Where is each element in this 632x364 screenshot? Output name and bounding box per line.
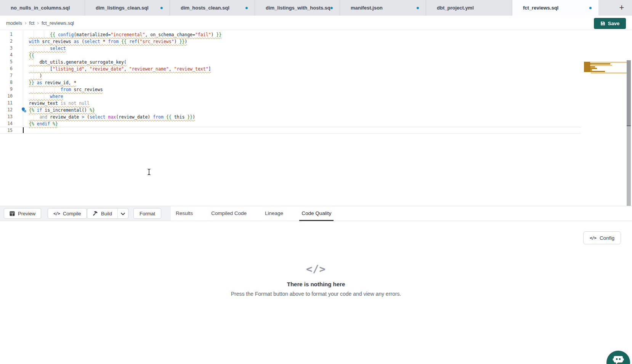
table-grid-icon bbox=[10, 211, 15, 216]
build-button[interactable]: Build bbox=[87, 208, 117, 218]
indent-guide bbox=[34, 93, 34, 99]
lint-warning-underline: from src_reviews bbox=[29, 87, 103, 92]
code-text: where bbox=[18, 94, 63, 99]
line-number: 1 bbox=[0, 31, 18, 38]
line-number: 4 bbox=[0, 51, 18, 58]
editor-scrollbar-thumb[interactable] bbox=[627, 60, 631, 126]
indent-guide bbox=[23, 79, 23, 86]
build-split-button: Build bbox=[87, 208, 128, 219]
code-lines: 1 {{ config(materialized="incremental", … bbox=[0, 31, 581, 134]
line-number: 5 bbox=[0, 58, 18, 65]
lint-warning-underline: and review_date > (select max(review_dat… bbox=[29, 114, 195, 120]
line-number: 11 bbox=[0, 99, 18, 106]
code-line[interactable]: 11 review_text is not null bbox=[0, 99, 581, 106]
lint-warning-underline: ["listing_id", "review_date", "reviewer_… bbox=[29, 66, 211, 72]
save-button[interactable]: Save bbox=[594, 18, 626, 29]
result-tabs: ResultsCompiled CodeLineageCode Quality bbox=[173, 206, 334, 221]
indent-guide bbox=[34, 31, 34, 38]
code-brackets-icon: </> bbox=[0, 263, 632, 275]
code-line[interactable]: 14 {% endif %} bbox=[0, 120, 581, 127]
code-line[interactable]: 13 and review_date > (select max(review_… bbox=[0, 113, 581, 120]
lint-warning-underline: dbt_utils.generate_surrogate_key( bbox=[29, 59, 127, 65]
code-brackets-icon: </> bbox=[53, 211, 60, 216]
editor-minimap[interactable] bbox=[584, 61, 627, 76]
line-number: 15 bbox=[0, 127, 18, 134]
file-tab[interactable]: dbt_project.yml bbox=[426, 0, 512, 16]
code-line[interactable]: 10 where bbox=[0, 93, 581, 99]
lint-warning-underline: ) bbox=[29, 73, 42, 79]
indent-guide bbox=[34, 45, 34, 51]
minimap-code-bar bbox=[590, 62, 627, 63]
line-number: 14 bbox=[0, 120, 18, 127]
quick-fix-lightbulb-icon[interactable] bbox=[21, 107, 27, 113]
file-tab[interactable]: dim_hosts_clean.sql bbox=[170, 0, 255, 16]
unsaved-changes-dot-icon bbox=[160, 7, 163, 9]
file-tab[interactable]: no_nulls_in_columns.sql bbox=[0, 0, 85, 16]
minimap-code-bar bbox=[586, 63, 610, 64]
breadcrumb-row: models›fct›fct_reviews.sql bbox=[0, 16, 632, 30]
compile-button[interactable]: </> Compile bbox=[48, 208, 87, 219]
indent-guide bbox=[23, 99, 23, 106]
code-text: ["listing_id", "review_date", "reviewer_… bbox=[18, 66, 211, 72]
lint-warning-underline: with src_reviews as (select * from {{ re… bbox=[29, 39, 188, 44]
minimap-code-bar bbox=[586, 66, 595, 67]
robot-chat-icon bbox=[613, 355, 624, 364]
code-line[interactable]: 7 ) bbox=[0, 72, 581, 79]
indent-guide bbox=[23, 72, 23, 79]
code-line[interactable]: 3 select bbox=[0, 45, 581, 51]
indent-guide bbox=[23, 93, 23, 99]
minimap-code-bar bbox=[590, 68, 597, 69]
empty-state-description: Press the Format button above to format … bbox=[0, 291, 632, 297]
code-line[interactable]: 2 with src_reviews as (select * from {{ … bbox=[0, 38, 581, 45]
result-tab-lineage[interactable]: Lineage bbox=[263, 206, 286, 221]
code-line[interactable]: 8 }} as review_id, * bbox=[0, 79, 581, 86]
file-tab-label: no_nulls_in_columns.sql bbox=[11, 5, 70, 11]
format-button[interactable]: Format bbox=[133, 208, 161, 219]
indent-guide bbox=[23, 120, 23, 127]
result-tab-compiled-code[interactable]: Compiled Code bbox=[209, 206, 249, 221]
code-line[interactable]: 5 dbt_utils.generate_surrogate_key( bbox=[0, 58, 581, 65]
code-text: dbt_utils.generate_surrogate_key( bbox=[18, 59, 127, 65]
indent-guide bbox=[23, 86, 23, 93]
code-text: {{ bbox=[18, 53, 34, 58]
line-number: 3 bbox=[0, 45, 18, 51]
code-line[interactable]: 6 ["listing_id", "review_date", "reviewe… bbox=[0, 65, 581, 72]
code-line[interactable]: 12 {% if is_incremental() %} bbox=[0, 106, 581, 113]
dbt-ide-window: no_nulls_in_columns.sqldim_listings_clea… bbox=[0, 0, 632, 364]
line-number: 9 bbox=[0, 86, 18, 93]
code-text: select bbox=[18, 46, 66, 51]
indent-guide bbox=[34, 72, 34, 79]
file-tab-label: dim_listings_with_hosts.sql bbox=[266, 5, 330, 11]
code-text: {{ config(materialized="incremental", on… bbox=[18, 32, 221, 37]
code-editor[interactable]: 1 {{ config(materialized="incremental", … bbox=[0, 30, 632, 206]
file-tab[interactable]: manifest.json bbox=[340, 0, 426, 16]
file-tab[interactable]: dim_listings_clean.sql bbox=[85, 0, 170, 16]
indent-guide bbox=[34, 86, 34, 93]
indent-guide bbox=[23, 31, 23, 38]
new-tab-button[interactable]: + bbox=[616, 2, 627, 13]
breadcrumb-item[interactable]: models bbox=[6, 20, 22, 26]
line-number: 12 bbox=[0, 106, 18, 113]
config-button-label: Config bbox=[600, 235, 614, 241]
code-text: from src_reviews bbox=[18, 87, 103, 92]
file-tab[interactable]: fct_reviews.sql bbox=[512, 0, 598, 16]
indent-guide bbox=[34, 113, 34, 120]
config-button[interactable]: </> Config bbox=[583, 231, 621, 244]
code-line[interactable]: 4 {{ bbox=[0, 51, 581, 58]
breadcrumb-item[interactable]: fct_reviews.sql bbox=[42, 20, 74, 26]
result-tab-code-quality[interactable]: Code Quality bbox=[299, 206, 334, 221]
code-text: ) bbox=[18, 73, 42, 79]
build-dropdown-button[interactable] bbox=[117, 208, 128, 218]
breadcrumb-item[interactable]: fct bbox=[29, 20, 35, 26]
hammer-icon bbox=[93, 211, 98, 216]
line-number: 8 bbox=[0, 79, 18, 86]
code-line[interactable]: 1 {{ config(materialized="incremental", … bbox=[0, 31, 581, 38]
code-line[interactable]: 9 from src_reviews bbox=[0, 86, 581, 93]
empty-state-title: There is nothing here bbox=[0, 281, 632, 287]
minimap-code-bar bbox=[584, 71, 605, 72]
file-tab[interactable]: dim_listings_with_hosts.sql bbox=[255, 0, 340, 16]
code-line[interactable]: 15 bbox=[0, 127, 581, 134]
preview-button[interactable]: Preview bbox=[4, 208, 41, 219]
code-text: {% if is_incremental() %} bbox=[18, 107, 95, 113]
result-tab-results[interactable]: Results bbox=[173, 206, 195, 221]
